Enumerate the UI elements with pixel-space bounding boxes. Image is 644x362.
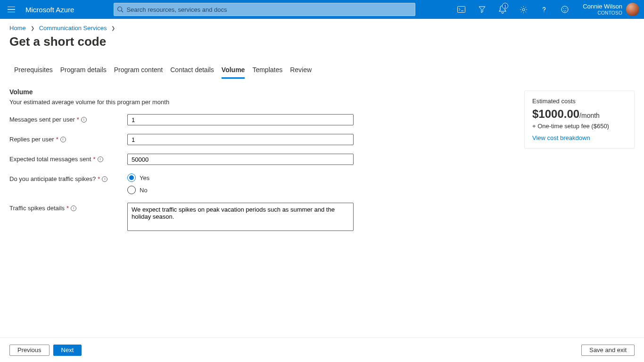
user-account[interactable]: Connie Wilson CONTOSO (583, 3, 639, 16)
info-icon[interactable]: i (102, 176, 107, 182)
tab-prerequisites[interactable]: Prerequisites (14, 66, 53, 79)
section-subheading: Your estimated average volume for this p… (9, 99, 368, 106)
cost-amount: $1000.00 (532, 107, 579, 120)
messages-sent-label: Messages sent per user * i (9, 114, 127, 123)
hamburger-menu-icon[interactable] (4, 0, 19, 19)
svg-point-5 (563, 8, 564, 9)
cost-setup-fee: + One-time setup fee ($650) (532, 123, 627, 130)
tab-review[interactable]: Review (290, 66, 312, 79)
traffic-spikes-label: Do you anticipate traffic spikes?* i (9, 173, 127, 182)
search-input[interactable] (126, 6, 412, 13)
wizard-footer: Previous Next Save and exit (0, 337, 644, 362)
global-search[interactable] (114, 3, 415, 16)
breadcrumb-communication-services[interactable]: Communication Services (39, 25, 107, 32)
tab-volume[interactable]: Volume (222, 66, 245, 79)
svg-point-6 (566, 8, 567, 9)
previous-button[interactable]: Previous (9, 345, 50, 356)
brand-label: Microsoft Azure (25, 6, 74, 14)
svg-rect-2 (457, 6, 465, 12)
tab-templates[interactable]: Templates (252, 66, 282, 79)
messages-sent-input[interactable] (127, 114, 354, 125)
page-title: Get a short code (0, 32, 644, 54)
cost-suffix: /month (579, 112, 600, 119)
save-exit-button[interactable]: Save and exit (581, 345, 635, 356)
traffic-details-label: Traffic spikes details* i (9, 203, 127, 212)
directory-filter-icon[interactable] (472, 0, 491, 19)
feedback-icon[interactable] (555, 0, 574, 19)
tab-program-details[interactable]: Program details (60, 66, 107, 79)
info-icon[interactable]: i (60, 137, 66, 142)
form-tabs: Prerequisites Program details Program co… (0, 54, 644, 79)
notification-badge: 1 (502, 3, 508, 9)
breadcrumb: Home ❯ Communication Services ❯ (0, 19, 644, 32)
tenant-name: CONTOSO (583, 10, 622, 16)
svg-line-1 (122, 11, 124, 13)
estimated-costs-card: Estimated costs $1000.00/month + One-tim… (524, 90, 635, 148)
breadcrumb-home[interactable]: Home (9, 25, 26, 32)
traffic-spikes-no[interactable]: No (127, 186, 149, 194)
svg-point-3 (522, 8, 525, 11)
replies-input[interactable] (127, 134, 354, 145)
info-icon[interactable]: i (98, 156, 103, 162)
info-icon[interactable]: i (71, 206, 76, 211)
svg-point-0 (118, 7, 122, 11)
search-icon (117, 6, 124, 13)
next-button[interactable]: Next (53, 345, 82, 356)
settings-icon[interactable] (514, 0, 533, 19)
svg-point-4 (561, 6, 568, 13)
chevron-right-icon: ❯ (31, 25, 34, 31)
traffic-details-input[interactable] (127, 203, 354, 231)
avatar (626, 3, 639, 16)
chevron-right-icon: ❯ (111, 25, 115, 31)
info-icon[interactable]: i (81, 117, 87, 123)
cloud-shell-icon[interactable] (452, 0, 471, 19)
global-header: Microsoft Azure 1 Connie Wilson CONTOSO (0, 0, 644, 19)
tab-contact-details[interactable]: Contact details (170, 66, 214, 79)
replies-label: Replies per user * i (9, 134, 127, 143)
notifications-icon[interactable]: 1 (493, 0, 512, 19)
help-icon[interactable] (535, 0, 553, 19)
expected-total-input[interactable] (127, 154, 354, 165)
expected-total-label: Expected total messages sent * i (9, 154, 127, 163)
cost-breakdown-link[interactable]: View cost breakdown (532, 134, 590, 141)
header-icon-group: 1 Connie Wilson CONTOSO (452, 0, 639, 19)
cost-label: Estimated costs (532, 98, 627, 105)
tab-program-content[interactable]: Program content (114, 66, 163, 79)
traffic-spikes-yes[interactable]: Yes (127, 173, 149, 182)
section-heading: Volume (9, 88, 368, 96)
user-name: Connie Wilson (583, 3, 622, 10)
